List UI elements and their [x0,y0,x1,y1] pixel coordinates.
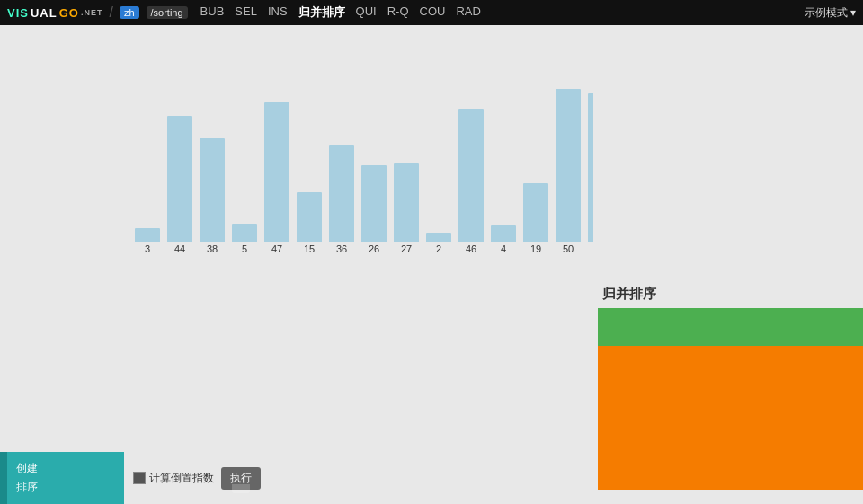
bar-44 [167,116,192,242]
top-navigation: VISUALGO.NET / zh /sorting BUB SEL INS 归… [0,0,863,25]
bar-47 [264,102,289,242]
bar-50 [556,89,581,242]
bar-4 [491,225,516,242]
bar-36 [329,145,354,242]
mode-button[interactable]: 示例模式 ▾ [805,5,856,21]
nav-item-rq[interactable]: R-Q [387,4,409,21]
logo-ual: UAL [31,6,58,20]
bar-label-15: 15 [304,243,315,254]
bar-label-46: 46 [466,243,476,254]
bar-group: 44 [167,116,192,254]
nav-path[interactable]: /sorting [147,6,188,19]
inversion-checkbox[interactable] [133,472,146,484]
checkbox-row: 计算倒置指数 [133,471,214,486]
bar-26 [361,165,387,242]
nav-item-cou[interactable]: COU [420,4,446,21]
checkbox-label: 计算倒置指数 [149,471,214,486]
nav-sep1: / [109,4,112,21]
bar-group: 36 [329,145,354,254]
create-button[interactable]: 创建 [16,460,115,477]
bar-group: 50 [556,89,581,254]
logo[interactable]: VISUALGO.NET [7,6,102,20]
nav-item-qui[interactable]: QUI [356,4,377,21]
bar-label-5: 5 [242,243,247,254]
left-controls: 创建 排序 [0,452,124,504]
logo-go: GO [59,6,79,20]
bar-label-44: 44 [174,243,185,254]
nav-item-bub[interactable]: BUB [200,4,225,21]
bar-label-50: 50 [563,243,574,254]
nav-item-rad[interactable]: RAD [456,4,480,21]
bar-group: 26 [361,165,387,254]
bar-3 [135,228,160,242]
bar-label-2: 2 [436,243,441,254]
nav-items: BUB SEL INS 归并排序 QUI R-Q COU RAD [200,4,481,21]
nav-item-sel[interactable]: SEL [235,4,257,21]
bar-group: 5 [232,224,257,254]
bar-2 [426,233,451,242]
bottom-bar: 创建 排序 计算倒置指数 执行 [0,452,863,504]
bar-label-38: 38 [207,243,218,254]
logo-vis: VIS [7,6,29,20]
bar-group: 2 [426,233,451,254]
bar-label-26: 26 [369,243,379,254]
nav-item-merge[interactable]: 归并排序 [298,4,345,21]
bar-chart: 34438547153626272464195048 [0,25,593,259]
bar-group: 27 [394,163,419,254]
bar-label-3: 3 [145,243,150,254]
bar-label-47: 47 [271,243,282,254]
bar-19 [523,183,548,242]
bar-group: 38 [200,138,225,254]
bar-group: 19 [523,183,548,254]
bar-label-4: 4 [501,243,506,254]
right-panel-title: 归并排序 [593,286,665,308]
exec-button[interactable]: 执行 [221,467,261,490]
bar-15 [297,192,322,242]
control-panel: 创建 排序 [7,452,124,504]
nav-lang[interactable]: zh [120,6,139,19]
bar-38 [200,138,225,242]
nav-item-ins[interactable]: INS [268,4,288,21]
bar-label-36: 36 [336,243,347,254]
bar-27 [394,163,419,242]
sort-button[interactable]: 排序 [16,479,115,496]
bar-label-19: 19 [530,243,541,254]
right-panel: 归并排序 [593,25,863,504]
side-tab[interactable] [0,452,7,504]
center-controls: 计算倒置指数 执行 [124,452,270,504]
bar-group: 4 [491,225,516,254]
bar-label-27: 27 [401,243,412,254]
bar-group: 15 [297,192,322,254]
logo-net: .NET [81,8,103,17]
bar-group: 47 [264,102,289,254]
bar-5 [232,224,257,242]
bar-46 [458,109,484,242]
bar-group: 46 [458,109,484,254]
bar-group: 3 [135,228,160,254]
merge-sort-green-block [598,308,863,346]
main-area: 34438547153626272464195048 归并排序 创建 排序 计算… [0,25,863,504]
